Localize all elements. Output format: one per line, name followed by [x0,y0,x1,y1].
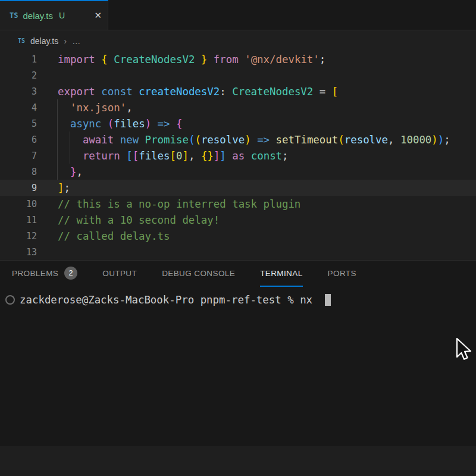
breadcrumb: TS delay.ts › … [0,30,476,51]
code-line[interactable]: 3export const createNodesV2: CreateNodes… [0,83,476,99]
code-text: // with a 10 second delay! [58,214,220,226]
line-number: 2 [0,70,58,81]
command-decoration-icon[interactable] [5,295,15,305]
line-number: 7 [0,151,58,161]
code-editor[interactable]: 1import { CreateNodesV2 } from '@nx/devk… [0,51,476,260]
breadcrumb-filename[interactable]: delay.ts [30,36,58,46]
panel-tab-label: PORTS [328,269,356,278]
panel-tab-debug-console[interactable]: DEBUG CONSOLE [162,261,235,287]
terminal-view[interactable]: zackderose@Zacks-MacBook-Pro pnpm-ref-te… [0,287,476,308]
close-icon[interactable]: ✕ [94,10,102,21]
panel-tab-terminal[interactable]: TERMINAL [260,261,302,287]
line-number: 1 [0,54,58,65]
line-number: 5 [0,118,58,129]
panel-tab-label: TERMINAL [260,269,302,278]
chevron-right-icon: › [64,36,67,46]
code-line[interactable]: 5 async (files) => { [0,115,476,131]
terminal-prompt-text: zackderose@Zacks-MacBook-Pro pnpm-ref-te… [20,294,319,306]
terminal-prompt-row[interactable]: zackderose@Zacks-MacBook-Pro pnpm-ref-te… [0,292,476,308]
panel-tab-bar: PROBLEMS2OUTPUTDEBUG CONSOLETERMINALPORT… [0,261,476,287]
code-line[interactable]: 10// this is a no-op interred task plugi… [0,196,476,212]
code-text: 'nx.json', [58,102,133,114]
line-number: 8 [0,167,58,177]
code-text: // called delay.ts [58,230,170,242]
code-text: return [[files[0], {}]] as const; [58,150,289,162]
code-line[interactable]: 6 await new Promise((resolve) => setTime… [0,131,476,148]
line-number: 9 [0,183,58,193]
bottom-panel: PROBLEMS2OUTPUTDEBUG CONSOLETERMINALPORT… [0,260,476,446]
code-line[interactable]: 8 }, [0,164,476,180]
line-number: 13 [0,247,58,258]
typescript-file-icon: TS [18,37,25,44]
typescript-file-icon: TS [10,11,18,20]
code-text: export const createNodesV2: CreateNodesV… [58,86,338,98]
breadcrumb-symbol-path[interactable]: … [72,36,81,46]
code-text: }, [58,166,83,178]
code-text: import { CreateNodesV2 } from '@nx/devki… [58,54,325,65]
panel-tab-label: PROBLEMS [12,269,58,278]
vscode-window: TS delay.ts U ✕ TS delay.ts › … 1import … [0,0,476,476]
tab-delay-ts[interactable]: TS delay.ts U ✕ [0,0,108,30]
code-line[interactable]: 2 [0,67,476,83]
line-number: 4 [0,102,58,113]
code-text: async (files) => { [58,118,182,130]
code-line[interactable]: 11// with a 10 second delay! [0,212,476,228]
code-text: // this is a no-op interred task plugin [58,198,300,210]
editor-tab-bar: TS delay.ts U ✕ [0,0,476,30]
code-line[interactable]: 4 'nx.json', [0,99,476,115]
git-untracked-badge: U [59,11,65,20]
panel-tab-output[interactable]: OUTPUT [102,261,137,287]
panel-tab-label: DEBUG CONSOLE [162,269,235,278]
line-number: 3 [0,86,58,97]
line-number: 12 [0,231,58,242]
line-number: 11 [0,215,58,226]
line-number: 6 [0,134,58,145]
line-number: 10 [0,199,58,209]
code-line[interactable]: 13 [0,244,476,260]
code-line[interactable]: 1import { CreateNodesV2 } from '@nx/devk… [0,51,476,67]
code-text: await new Promise((resolve) => setTimeou… [58,134,450,146]
problems-count-badge: 2 [64,267,77,280]
code-line[interactable]: 12// called delay.ts [0,228,476,244]
code-text: ]; [58,182,70,194]
panel-tab-label: OUTPUT [102,269,137,278]
tab-filename: delay.ts [23,11,53,21]
code-line[interactable]: 9]; [0,180,476,196]
panel-tab-ports[interactable]: PORTS [328,261,356,287]
code-line[interactable]: 7 return [[files[0], {}]] as const; [0,148,476,164]
panel-tab-problems[interactable]: PROBLEMS2 [12,261,77,287]
terminal-cursor [325,294,331,306]
